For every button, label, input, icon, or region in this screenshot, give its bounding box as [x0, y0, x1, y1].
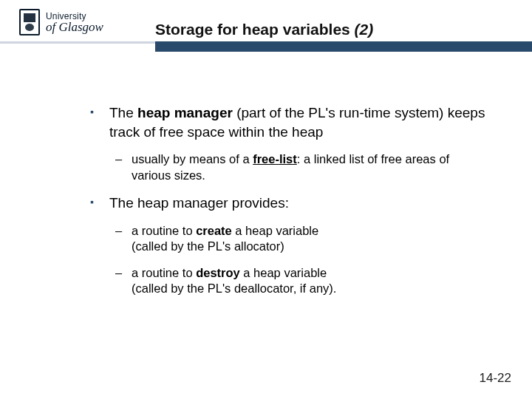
b2s2-line2: (called by the PL's deallocator, if any)…: [132, 282, 336, 295]
b2s1-bold: create: [196, 224, 232, 237]
university-logo: University of Glasgow: [19, 9, 103, 35]
b1s1-pre: usually by means of a: [132, 152, 253, 166]
b2s1-post: a heap variable: [232, 224, 318, 237]
bullet-1: The heap manager (part of the PL's run-t…: [89, 103, 488, 183]
b2-sub-list: a routine to create a heap variable (cal…: [115, 223, 488, 297]
title-italic: (2): [355, 21, 374, 38]
crest-icon: [19, 9, 40, 35]
logo-text: University of Glasgow: [46, 12, 103, 33]
page-number: 14-22: [480, 371, 511, 386]
b2-text: The heap manager provides:: [109, 195, 289, 211]
bullet-2: The heap manager provides: a routine to …: [89, 194, 488, 296]
b1-pre: The: [109, 105, 137, 120]
slide-title: Storage for heap variables (2): [155, 21, 373, 38]
header: University of Glasgow Storage for heap v…: [0, 0, 532, 50]
b2s2-pre: a routine to: [132, 266, 196, 279]
rule-dark: [155, 41, 532, 52]
logo-line2: of Glasgow: [46, 21, 103, 33]
title-main: Storage for heap variables: [155, 21, 355, 38]
b1-bold: heap manager: [137, 105, 233, 120]
b2-sub2: a routine to destroy a heap variable (ca…: [115, 265, 488, 297]
b1-sub1: usually by means of a free-list: a linke…: [115, 151, 488, 183]
b2s1-line2: (called by the PL's allocator): [132, 239, 284, 253]
b1-sub-list: usually by means of a free-list: a linke…: [115, 151, 488, 183]
slide: University of Glasgow Storage for heap v…: [0, 0, 532, 399]
content: The heap manager (part of the PL's run-t…: [89, 103, 488, 307]
logo-line1: University: [46, 12, 103, 21]
bullet-list: The heap manager (part of the PL's run-t…: [89, 103, 488, 297]
b2-sub1: a routine to create a heap variable (cal…: [115, 223, 488, 255]
b2s2-post: a heap variable: [240, 266, 327, 279]
b2s1-pre: a routine to: [132, 224, 196, 237]
title-rule: [0, 41, 532, 44]
b1s1-bold: free-list: [253, 152, 297, 166]
b2s2-bold: destroy: [196, 266, 240, 279]
